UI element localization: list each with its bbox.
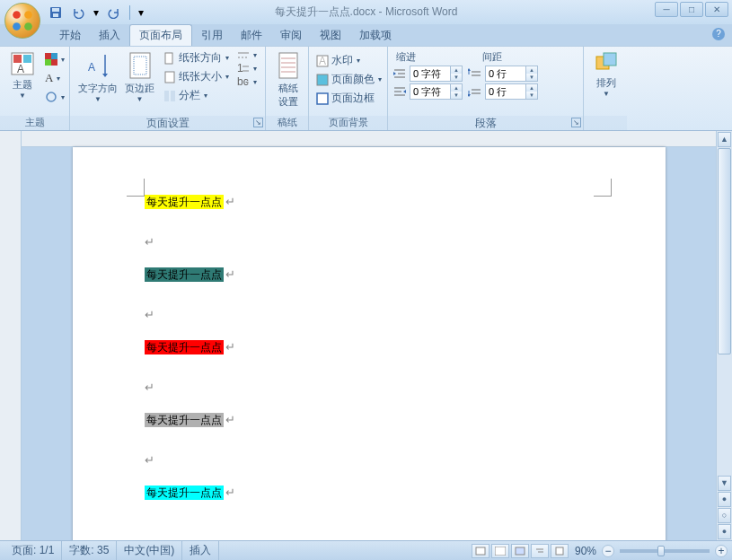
tab-view[interactable]: 视图 bbox=[311, 25, 350, 46]
scroll-down-button[interactable]: ▼ bbox=[718, 476, 731, 491]
vertical-scrollbar[interactable]: ▲ ▼ ● ○ ● bbox=[716, 131, 732, 540]
theme-colors-button[interactable]: ▾ bbox=[42, 52, 67, 66]
view-web-layout[interactable] bbox=[511, 544, 529, 558]
columns-button[interactable]: 分栏▾ bbox=[161, 87, 232, 104]
themes-button[interactable]: A 主题 ▼ bbox=[4, 49, 40, 101]
undo-button[interactable] bbox=[69, 4, 87, 22]
highlighted-text[interactable]: 每天提升一点点 bbox=[145, 413, 224, 427]
margins-button[interactable]: 页边距 ▼ bbox=[121, 49, 158, 105]
minimize-button[interactable]: ─ bbox=[655, 2, 678, 17]
space-before-input[interactable]: ▲▼ bbox=[485, 66, 538, 82]
writing-paper-button[interactable]: 稿纸 设置 bbox=[270, 49, 306, 110]
vertical-ruler[interactable] bbox=[0, 131, 22, 540]
paragraph[interactable]: 每天提升一点点↵ bbox=[145, 265, 594, 283]
save-button[interactable] bbox=[47, 4, 65, 22]
arrange-icon bbox=[595, 51, 618, 74]
svg-rect-50 bbox=[604, 53, 616, 66]
svg-rect-5 bbox=[52, 8, 59, 12]
office-button[interactable] bbox=[4, 3, 40, 39]
highlighted-text[interactable]: 每天提升一点点 bbox=[145, 486, 224, 500]
status-page[interactable]: 页面: 1/1 bbox=[4, 541, 62, 560]
theme-effects-button[interactable]: ▾ bbox=[42, 90, 67, 104]
svg-point-14 bbox=[47, 92, 56, 101]
svg-rect-9 bbox=[23, 55, 31, 63]
paragraph-mark: ↵ bbox=[225, 267, 235, 281]
watermark-button[interactable]: A水印▾ bbox=[313, 52, 384, 69]
highlighted-text[interactable]: 每天提升一点点 bbox=[145, 340, 224, 354]
group-background: A水印▾ 页面颜色▾ 页面边框 页面背景 bbox=[309, 47, 388, 130]
tab-insert[interactable]: 插入 bbox=[90, 25, 129, 46]
scroll-up-button[interactable]: ▲ bbox=[718, 132, 731, 147]
tab-review[interactable]: 审阅 bbox=[271, 25, 311, 46]
view-draft[interactable] bbox=[551, 544, 569, 558]
page-color-button[interactable]: 页面颜色▾ bbox=[313, 71, 384, 88]
paragraph-launcher[interactable]: ↘ bbox=[571, 118, 581, 127]
theme-fonts-button[interactable]: A▾ bbox=[42, 70, 67, 86]
page-border-button[interactable]: 页面边框 bbox=[313, 90, 384, 107]
document-area: 每天提升一点点↵↵每天提升一点点↵↵每天提升一点点↵↵每天提升一点点↵↵每天提升… bbox=[0, 131, 732, 540]
highlighted-text[interactable]: 每天提升一点点 bbox=[145, 267, 224, 282]
svg-text:A: A bbox=[17, 63, 24, 75]
tab-references[interactable]: 引用 bbox=[192, 25, 232, 46]
tab-mailings[interactable]: 邮件 bbox=[232, 25, 271, 46]
status-lang[interactable]: 中文(中国) bbox=[117, 541, 182, 560]
paragraph-mark: ↵ bbox=[225, 486, 235, 499]
window-controls: ─ □ ✕ bbox=[653, 2, 728, 17]
page-setup-launcher[interactable]: ↘ bbox=[253, 118, 263, 127]
indent-right-input[interactable]: ▲▼ bbox=[410, 83, 463, 100]
breaks-button[interactable]: ▾ bbox=[234, 49, 260, 61]
tab-addins[interactable]: 加载项 bbox=[350, 25, 401, 46]
redo-button[interactable] bbox=[105, 4, 123, 22]
view-print-layout[interactable] bbox=[472, 544, 489, 558]
chevron-down-icon[interactable]: ▾ bbox=[92, 4, 101, 22]
paragraph[interactable]: 每天提升一点点↵ bbox=[145, 410, 594, 428]
text-direction-button[interactable]: A 文字方向 ▼ bbox=[75, 49, 121, 105]
space-before-icon bbox=[468, 67, 482, 80]
tab-page-layout[interactable]: 页面布局 bbox=[129, 24, 192, 46]
svg-point-2 bbox=[13, 22, 21, 31]
browse-object-button[interactable]: ○ bbox=[718, 508, 731, 523]
help-icon[interactable]: ? bbox=[712, 28, 725, 40]
indent-left-input[interactable]: ▲▼ bbox=[410, 66, 463, 82]
ribbon-tabs: 开始 插入 页面布局 引用 邮件 审阅 视图 加载项 ? bbox=[47, 24, 732, 46]
text-direction-icon: A bbox=[84, 51, 111, 80]
status-mode[interactable]: 插入 bbox=[182, 541, 219, 560]
status-words[interactable]: 字数: 35 bbox=[62, 541, 117, 560]
view-full-screen[interactable] bbox=[491, 544, 509, 558]
size-button[interactable]: 纸张大小▾ bbox=[161, 68, 232, 85]
arrange-button[interactable]: 排列 ▼ bbox=[588, 49, 624, 100]
orientation-button[interactable]: 纸张方向▾ bbox=[161, 49, 232, 66]
page[interactable]: 每天提升一点点↵↵每天提升一点点↵↵每天提升一点点↵↵每天提升一点点↵↵每天提升… bbox=[73, 147, 666, 540]
browse-prev-button[interactable]: ● bbox=[718, 492, 731, 507]
paragraph-mark: ↵ bbox=[145, 453, 594, 467]
scroll-thumb[interactable] bbox=[718, 148, 731, 354]
horizontal-ruler[interactable] bbox=[22, 131, 716, 147]
svg-rect-52 bbox=[495, 547, 506, 556]
paragraph[interactable]: 每天提升一点点↵ bbox=[145, 192, 594, 210]
view-outline[interactable] bbox=[531, 544, 549, 558]
svg-rect-20 bbox=[165, 72, 174, 83]
paragraph[interactable]: 每天提升一点点↵ bbox=[145, 337, 594, 355]
highlighted-text[interactable]: 每天提升一点点 bbox=[145, 195, 224, 209]
browse-next-button[interactable]: ● bbox=[718, 524, 731, 539]
zoom-level[interactable]: 90% bbox=[575, 545, 596, 557]
document-scroll[interactable]: 每天提升一点点↵↵每天提升一点点↵↵每天提升一点点↵↵每天提升一点点↵↵每天提升… bbox=[22, 131, 716, 540]
svg-rect-56 bbox=[556, 547, 563, 555]
maximize-button[interactable]: □ bbox=[680, 2, 703, 17]
hyphenation-button[interactable]: bc-▾ bbox=[234, 76, 260, 88]
paragraph[interactable]: 每天提升一点点↵ bbox=[145, 483, 594, 501]
zoom-in-button[interactable]: + bbox=[715, 545, 728, 557]
tab-home[interactable]: 开始 bbox=[50, 25, 90, 46]
close-button[interactable]: ✕ bbox=[705, 2, 728, 17]
zoom-slider[interactable] bbox=[620, 549, 710, 553]
space-after-input[interactable]: ▲▼ bbox=[485, 83, 538, 100]
svg-rect-38 bbox=[317, 93, 328, 104]
qat-customize[interactable]: ▾ bbox=[137, 4, 146, 22]
line-numbers-button[interactable]: 1▾ bbox=[234, 63, 260, 74]
group-label-background: 页面背景 bbox=[309, 116, 387, 130]
indent-right-icon bbox=[392, 85, 407, 98]
group-label-theme: 主题 bbox=[0, 116, 69, 130]
group-paragraph: 缩进 间距 ▲▼ ▲▼ ▲▼ ▲▼ bbox=[388, 47, 584, 130]
zoom-out-button[interactable]: − bbox=[602, 545, 614, 557]
ribbon: A 主题 ▼ ▾ A▾ ▾ 主题 A 文字方向 ▼ 页边距 ▼ bbox=[0, 46, 732, 131]
